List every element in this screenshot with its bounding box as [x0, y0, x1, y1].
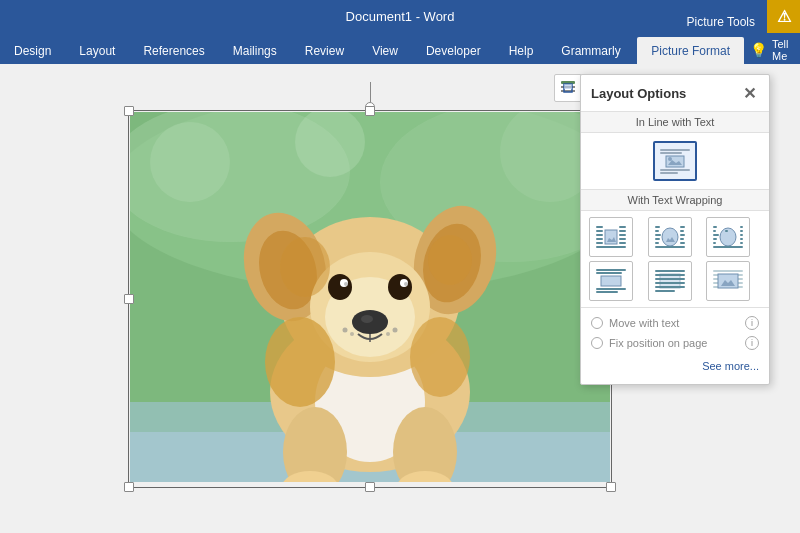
- svg-rect-77: [725, 230, 728, 232]
- svg-rect-44: [660, 149, 690, 151]
- svg-point-25: [361, 315, 373, 323]
- tab-help[interactable]: Help: [495, 37, 548, 64]
- tab-developer[interactable]: Developer: [412, 37, 495, 64]
- see-more-link[interactable]: See more...: [591, 356, 759, 376]
- svg-point-32: [410, 317, 470, 397]
- svg-rect-99: [713, 270, 743, 272]
- tab-grammarly[interactable]: Grammarly: [547, 37, 634, 64]
- wrapping-section-label: With Text Wrapping: [581, 189, 769, 211]
- svg-rect-98: [655, 290, 675, 292]
- image-wrapper[interactable]: [130, 112, 610, 486]
- svg-point-18: [328, 274, 352, 300]
- svg-rect-49: [660, 172, 678, 174]
- tab-layout[interactable]: Layout: [65, 37, 129, 64]
- content-area: Layout Options ✕ In Line with Text: [0, 64, 800, 533]
- svg-point-22: [344, 282, 348, 286]
- svg-rect-83: [740, 234, 743, 236]
- layout-panel-close-button[interactable]: ✕: [739, 83, 759, 103]
- svg-rect-58: [619, 234, 626, 236]
- tab-design[interactable]: Design: [0, 37, 65, 64]
- svg-rect-67: [655, 242, 659, 244]
- fix-position-option[interactable]: Fix position on page i: [591, 336, 759, 350]
- svg-rect-92: [660, 274, 680, 288]
- tab-picture-format[interactable]: Picture Format: [637, 37, 744, 64]
- through-button[interactable]: [706, 217, 750, 257]
- tab-review[interactable]: Review: [291, 37, 358, 64]
- svg-rect-63: [655, 226, 660, 228]
- wrapping-options: [581, 211, 769, 307]
- svg-rect-88: [596, 269, 626, 271]
- through-icon: [711, 223, 745, 251]
- ribbon: Design Layout References Mailings Review…: [0, 33, 800, 64]
- layout-panel-header: Layout Options ✕: [581, 75, 769, 111]
- svg-rect-53: [596, 234, 603, 236]
- layout-panel-title: Layout Options: [591, 86, 686, 101]
- svg-point-38: [386, 332, 390, 336]
- title-bar: Document1 - Word Picture Tools ⚠: [0, 0, 800, 33]
- svg-rect-54: [596, 238, 603, 240]
- square-button[interactable]: [589, 217, 633, 257]
- image-container[interactable]: [130, 112, 610, 486]
- infront-text-button[interactable]: [706, 261, 750, 301]
- tab-references[interactable]: References: [129, 37, 218, 64]
- svg-rect-66: [655, 238, 660, 240]
- svg-rect-52: [596, 230, 603, 232]
- svg-rect-86: [713, 246, 743, 248]
- behind-icon: [653, 267, 687, 295]
- inline-section-label: In Line with Text: [581, 111, 769, 133]
- svg-rect-87: [601, 276, 621, 286]
- layout-anchor-button[interactable]: [554, 74, 582, 102]
- dog-image: [130, 112, 610, 482]
- handle-top-left[interactable]: [124, 106, 134, 116]
- tab-mailings[interactable]: Mailings: [219, 37, 291, 64]
- svg-rect-51: [596, 226, 603, 228]
- svg-point-62: [662, 228, 678, 246]
- move-with-text-radio[interactable]: [591, 317, 603, 329]
- svg-point-34: [428, 235, 472, 285]
- move-with-text-info[interactable]: i: [745, 316, 759, 330]
- handle-top-middle[interactable]: [365, 106, 375, 116]
- fix-position-info[interactable]: i: [745, 336, 759, 350]
- svg-rect-48: [660, 169, 690, 171]
- layout-panel: Layout Options ✕ In Line with Text: [580, 74, 770, 385]
- svg-rect-94: [655, 274, 685, 276]
- fix-position-radio[interactable]: [591, 337, 603, 349]
- svg-rect-95: [655, 278, 685, 280]
- top-bottom-button[interactable]: [589, 261, 633, 301]
- svg-point-23: [404, 282, 408, 286]
- handle-bottom-left[interactable]: [124, 482, 134, 492]
- svg-rect-59: [619, 238, 626, 240]
- tell-me-button[interactable]: Tell Me: [772, 36, 800, 64]
- svg-rect-96: [655, 282, 685, 284]
- move-with-text-option[interactable]: Move with text i: [591, 316, 759, 330]
- handle-bottom-right[interactable]: [606, 482, 616, 492]
- document-area: Layout Options ✕ In Line with Text: [0, 64, 800, 533]
- tab-view[interactable]: View: [358, 37, 412, 64]
- svg-rect-68: [680, 226, 685, 228]
- handle-middle-left[interactable]: [124, 294, 134, 304]
- inline-text-button[interactable]: [653, 141, 697, 181]
- svg-rect-85: [740, 242, 743, 244]
- infront-icon: [711, 267, 745, 295]
- inline-options: [581, 133, 769, 189]
- layout-anchor-icon: [559, 79, 577, 97]
- move-with-text-label: Move with text: [609, 317, 679, 329]
- svg-point-74: [720, 228, 736, 246]
- svg-rect-75: [713, 226, 717, 228]
- svg-rect-91: [596, 291, 618, 293]
- svg-rect-73: [655, 246, 685, 248]
- tight-button[interactable]: [648, 217, 692, 257]
- svg-rect-82: [740, 230, 743, 232]
- svg-point-37: [393, 327, 398, 332]
- handle-bottom-middle[interactable]: [365, 482, 375, 492]
- fix-position-label: Fix position on page: [609, 337, 707, 349]
- svg-rect-78: [713, 234, 719, 236]
- svg-rect-69: [680, 230, 684, 232]
- svg-rect-43: [564, 84, 572, 89]
- title-bar-right: Picture Tools ⚠: [675, 0, 800, 33]
- svg-point-19: [388, 274, 412, 300]
- lightbulb-icon[interactable]: 💡: [744, 36, 772, 64]
- behind-text-button[interactable]: [648, 261, 692, 301]
- tight-icon: [653, 223, 687, 251]
- svg-point-4: [150, 122, 230, 202]
